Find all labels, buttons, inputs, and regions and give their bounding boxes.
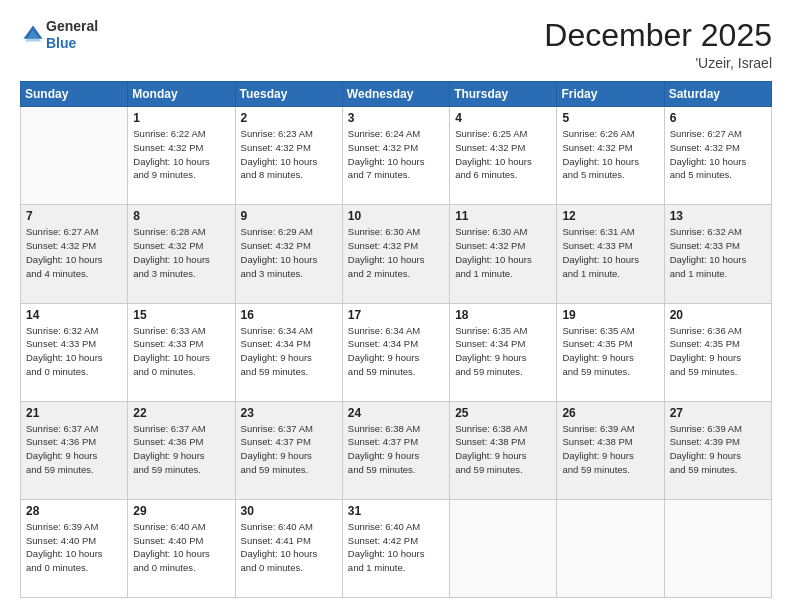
day-number: 16 (241, 308, 337, 322)
calendar-cell: 21Sunrise: 6:37 AM Sunset: 4:36 PM Dayli… (21, 401, 128, 499)
day-number: 13 (670, 209, 766, 223)
calendar-cell: 6Sunrise: 6:27 AM Sunset: 4:32 PM Daylig… (664, 107, 771, 205)
day-number: 28 (26, 504, 122, 518)
day-info: Sunrise: 6:27 AM Sunset: 4:32 PM Dayligh… (26, 225, 122, 280)
day-info: Sunrise: 6:27 AM Sunset: 4:32 PM Dayligh… (670, 127, 766, 182)
day-number: 19 (562, 308, 658, 322)
calendar-cell: 8Sunrise: 6:28 AM Sunset: 4:32 PM Daylig… (128, 205, 235, 303)
day-info: Sunrise: 6:35 AM Sunset: 4:35 PM Dayligh… (562, 324, 658, 379)
calendar-cell: 31Sunrise: 6:40 AM Sunset: 4:42 PM Dayli… (342, 499, 449, 597)
day-info: Sunrise: 6:32 AM Sunset: 4:33 PM Dayligh… (670, 225, 766, 280)
calendar-table: SundayMondayTuesdayWednesdayThursdayFrid… (20, 81, 772, 598)
day-number: 6 (670, 111, 766, 125)
calendar-cell: 4Sunrise: 6:25 AM Sunset: 4:32 PM Daylig… (450, 107, 557, 205)
day-header-thursday: Thursday (450, 82, 557, 107)
day-header-friday: Friday (557, 82, 664, 107)
calendar-cell: 15Sunrise: 6:33 AM Sunset: 4:33 PM Dayli… (128, 303, 235, 401)
calendar-cell: 27Sunrise: 6:39 AM Sunset: 4:39 PM Dayli… (664, 401, 771, 499)
day-number: 8 (133, 209, 229, 223)
day-info: Sunrise: 6:22 AM Sunset: 4:32 PM Dayligh… (133, 127, 229, 182)
logo-general: General (46, 18, 98, 34)
calendar-cell: 16Sunrise: 6:34 AM Sunset: 4:34 PM Dayli… (235, 303, 342, 401)
day-info: Sunrise: 6:38 AM Sunset: 4:38 PM Dayligh… (455, 422, 551, 477)
calendar-cell: 7Sunrise: 6:27 AM Sunset: 4:32 PM Daylig… (21, 205, 128, 303)
calendar-cell: 23Sunrise: 6:37 AM Sunset: 4:37 PM Dayli… (235, 401, 342, 499)
calendar-cell: 10Sunrise: 6:30 AM Sunset: 4:32 PM Dayli… (342, 205, 449, 303)
calendar-cell: 3Sunrise: 6:24 AM Sunset: 4:32 PM Daylig… (342, 107, 449, 205)
day-number: 10 (348, 209, 444, 223)
calendar-header-row: SundayMondayTuesdayWednesdayThursdayFrid… (21, 82, 772, 107)
day-number: 18 (455, 308, 551, 322)
calendar-cell (557, 499, 664, 597)
day-info: Sunrise: 6:24 AM Sunset: 4:32 PM Dayligh… (348, 127, 444, 182)
day-number: 31 (348, 504, 444, 518)
day-number: 3 (348, 111, 444, 125)
day-info: Sunrise: 6:30 AM Sunset: 4:32 PM Dayligh… (348, 225, 444, 280)
day-number: 20 (670, 308, 766, 322)
calendar-cell (21, 107, 128, 205)
day-info: Sunrise: 6:26 AM Sunset: 4:32 PM Dayligh… (562, 127, 658, 182)
day-info: Sunrise: 6:28 AM Sunset: 4:32 PM Dayligh… (133, 225, 229, 280)
day-info: Sunrise: 6:38 AM Sunset: 4:37 PM Dayligh… (348, 422, 444, 477)
day-number: 12 (562, 209, 658, 223)
calendar-cell: 17Sunrise: 6:34 AM Sunset: 4:34 PM Dayli… (342, 303, 449, 401)
day-header-wednesday: Wednesday (342, 82, 449, 107)
calendar-cell: 18Sunrise: 6:35 AM Sunset: 4:34 PM Dayli… (450, 303, 557, 401)
day-info: Sunrise: 6:35 AM Sunset: 4:34 PM Dayligh… (455, 324, 551, 379)
calendar-cell: 14Sunrise: 6:32 AM Sunset: 4:33 PM Dayli… (21, 303, 128, 401)
header: General Blue December 2025 'Uzeir, Israe… (20, 18, 772, 71)
day-header-sunday: Sunday (21, 82, 128, 107)
day-number: 27 (670, 406, 766, 420)
day-number: 15 (133, 308, 229, 322)
day-header-saturday: Saturday (664, 82, 771, 107)
day-number: 4 (455, 111, 551, 125)
title-block: December 2025 'Uzeir, Israel (544, 18, 772, 71)
day-info: Sunrise: 6:39 AM Sunset: 4:40 PM Dayligh… (26, 520, 122, 575)
day-number: 7 (26, 209, 122, 223)
day-info: Sunrise: 6:37 AM Sunset: 4:36 PM Dayligh… (133, 422, 229, 477)
logo-blue: Blue (46, 35, 76, 51)
day-number: 23 (241, 406, 337, 420)
day-info: Sunrise: 6:32 AM Sunset: 4:33 PM Dayligh… (26, 324, 122, 379)
calendar-cell: 9Sunrise: 6:29 AM Sunset: 4:32 PM Daylig… (235, 205, 342, 303)
page: General Blue December 2025 'Uzeir, Israe… (0, 0, 792, 612)
day-info: Sunrise: 6:29 AM Sunset: 4:32 PM Dayligh… (241, 225, 337, 280)
day-info: Sunrise: 6:40 AM Sunset: 4:42 PM Dayligh… (348, 520, 444, 575)
day-number: 11 (455, 209, 551, 223)
day-info: Sunrise: 6:39 AM Sunset: 4:39 PM Dayligh… (670, 422, 766, 477)
day-number: 21 (26, 406, 122, 420)
day-info: Sunrise: 6:34 AM Sunset: 4:34 PM Dayligh… (241, 324, 337, 379)
day-number: 29 (133, 504, 229, 518)
calendar-cell: 28Sunrise: 6:39 AM Sunset: 4:40 PM Dayli… (21, 499, 128, 597)
calendar-cell: 25Sunrise: 6:38 AM Sunset: 4:38 PM Dayli… (450, 401, 557, 499)
day-number: 22 (133, 406, 229, 420)
month-year: December 2025 (544, 18, 772, 53)
day-info: Sunrise: 6:37 AM Sunset: 4:36 PM Dayligh… (26, 422, 122, 477)
day-info: Sunrise: 6:25 AM Sunset: 4:32 PM Dayligh… (455, 127, 551, 182)
day-number: 26 (562, 406, 658, 420)
day-number: 24 (348, 406, 444, 420)
day-number: 17 (348, 308, 444, 322)
calendar-cell: 13Sunrise: 6:32 AM Sunset: 4:33 PM Dayli… (664, 205, 771, 303)
calendar-cell (664, 499, 771, 597)
calendar-cell: 19Sunrise: 6:35 AM Sunset: 4:35 PM Dayli… (557, 303, 664, 401)
logo: General Blue (20, 18, 98, 52)
day-number: 14 (26, 308, 122, 322)
calendar-week-1: 1Sunrise: 6:22 AM Sunset: 4:32 PM Daylig… (21, 107, 772, 205)
day-number: 9 (241, 209, 337, 223)
day-header-monday: Monday (128, 82, 235, 107)
calendar-cell: 11Sunrise: 6:30 AM Sunset: 4:32 PM Dayli… (450, 205, 557, 303)
day-number: 25 (455, 406, 551, 420)
day-info: Sunrise: 6:40 AM Sunset: 4:40 PM Dayligh… (133, 520, 229, 575)
calendar-cell: 24Sunrise: 6:38 AM Sunset: 4:37 PM Dayli… (342, 401, 449, 499)
location: 'Uzeir, Israel (544, 55, 772, 71)
day-info: Sunrise: 6:36 AM Sunset: 4:35 PM Dayligh… (670, 324, 766, 379)
day-header-tuesday: Tuesday (235, 82, 342, 107)
day-info: Sunrise: 6:37 AM Sunset: 4:37 PM Dayligh… (241, 422, 337, 477)
calendar-cell: 20Sunrise: 6:36 AM Sunset: 4:35 PM Dayli… (664, 303, 771, 401)
day-number: 30 (241, 504, 337, 518)
calendar-week-3: 14Sunrise: 6:32 AM Sunset: 4:33 PM Dayli… (21, 303, 772, 401)
calendar-cell: 22Sunrise: 6:37 AM Sunset: 4:36 PM Dayli… (128, 401, 235, 499)
calendar-cell: 12Sunrise: 6:31 AM Sunset: 4:33 PM Dayli… (557, 205, 664, 303)
calendar-week-4: 21Sunrise: 6:37 AM Sunset: 4:36 PM Dayli… (21, 401, 772, 499)
